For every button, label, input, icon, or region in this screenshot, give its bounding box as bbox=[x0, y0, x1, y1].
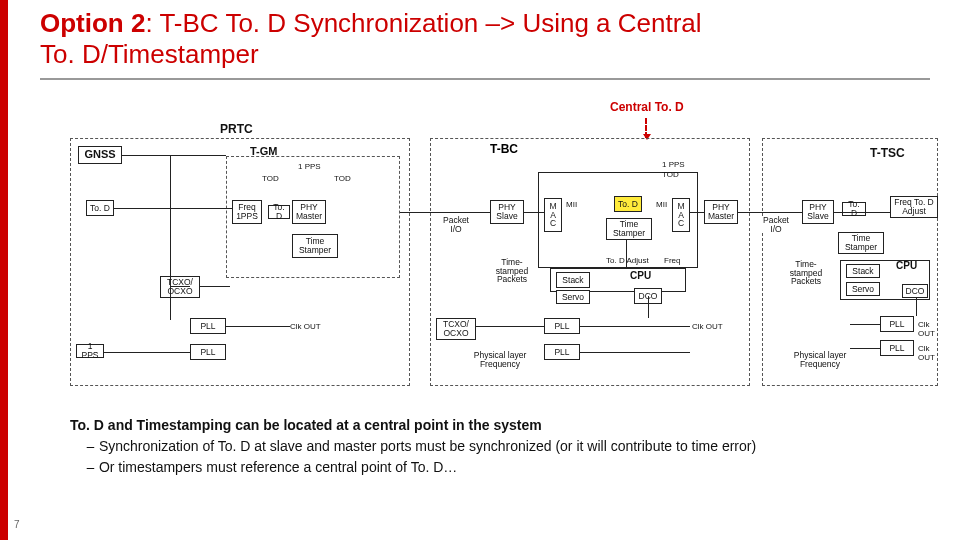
pll-1b: PLL bbox=[190, 344, 226, 360]
title-line2: To. D/Timestamper bbox=[40, 39, 259, 69]
lbl-tod-top-r: TOD bbox=[334, 174, 351, 183]
gnss-box: GNSS bbox=[78, 146, 122, 164]
ts-packets-3: Time- stamped Packets bbox=[780, 260, 832, 286]
mac-1: M A C bbox=[544, 198, 562, 232]
phy-slave-2: PHY Slave bbox=[490, 200, 524, 224]
conn bbox=[850, 324, 880, 325]
phy-slave-3: PHY Slave bbox=[802, 200, 834, 224]
pll-1a: PLL bbox=[190, 318, 226, 334]
conn bbox=[738, 212, 802, 213]
diagram-canvas: Central To. D PRTC T-GM T-BC T-TSC GNSS … bbox=[70, 100, 940, 400]
central-tod-label: Central To. D bbox=[610, 100, 684, 114]
tod-yellow: To. D bbox=[614, 196, 642, 212]
mii-2: MII bbox=[656, 200, 667, 209]
packet-io-1: Packet I/O bbox=[436, 218, 476, 232]
ts-packets-2: Time- stamped Packets bbox=[486, 258, 538, 284]
servo-3: Servo bbox=[846, 282, 880, 296]
bullet-1: Synchronization of To. D at slave and ma… bbox=[70, 436, 756, 457]
conn bbox=[170, 155, 171, 320]
conn bbox=[580, 352, 690, 353]
title-rest: : T-BC To. D Synchronization –> Using a … bbox=[145, 8, 701, 38]
conn bbox=[122, 155, 226, 156]
phy-master-2: PHY Master bbox=[704, 200, 738, 224]
freq-tod-adjust: Freq To. D Adjust bbox=[890, 196, 938, 218]
tcxo-2: TCXO/ OCXO bbox=[436, 318, 476, 340]
tod-box: To. D bbox=[86, 200, 114, 216]
dco-3: DCO bbox=[902, 284, 928, 298]
lbl-tod-top-l: TOD bbox=[262, 174, 279, 183]
conn bbox=[400, 212, 490, 213]
conn bbox=[226, 326, 290, 327]
label-ttsc: T-TSC bbox=[870, 146, 905, 160]
conn bbox=[200, 286, 230, 287]
conn bbox=[580, 326, 690, 327]
label-tgm: T-GM bbox=[250, 145, 278, 157]
mac-2: M A C bbox=[672, 198, 690, 232]
lbl-tod-b: TOD bbox=[662, 170, 679, 179]
conn bbox=[476, 326, 544, 327]
pll-2b: PLL bbox=[544, 344, 580, 360]
conn bbox=[648, 296, 649, 318]
clk-out-1: Clk OUT bbox=[290, 322, 321, 331]
time-stamper-3: Time Stamper bbox=[838, 232, 884, 254]
central-tod-arrow bbox=[645, 118, 647, 138]
lbl-1pps-top: 1 PPS bbox=[298, 162, 321, 171]
pll-3a: PLL bbox=[880, 316, 914, 332]
conn bbox=[524, 212, 544, 213]
one-pps-box: 1 PPS bbox=[76, 344, 104, 358]
stack-3: Stack bbox=[846, 264, 880, 278]
clk-out-2: Clk OUT bbox=[692, 322, 723, 331]
page-number: 7 bbox=[14, 519, 20, 530]
phys-layer-freq-3: Physical layer Frequency bbox=[790, 348, 850, 372]
freq-lbl: Freq bbox=[664, 256, 680, 265]
title-underline bbox=[40, 78, 930, 80]
packet-io-3: Packet I/O bbox=[756, 218, 796, 232]
stack-2: Stack bbox=[556, 272, 590, 288]
conn bbox=[916, 298, 917, 316]
cpu-label-2: CPU bbox=[630, 270, 651, 281]
description-block: To. D and Timestamping can be located at… bbox=[70, 415, 756, 478]
lbl-1pps-b: 1 PPS bbox=[662, 160, 685, 169]
freq-1pps-box: Freq 1PPS bbox=[232, 200, 262, 224]
tod-small-3: To. D bbox=[842, 202, 866, 216]
conn bbox=[850, 348, 880, 349]
conn bbox=[114, 208, 232, 209]
tod-small-1: To. D bbox=[268, 205, 290, 219]
bullet-lead: To. D and Timestamping can be located at… bbox=[70, 415, 756, 436]
clk-out-3b: Clk OUT bbox=[918, 344, 940, 362]
conn bbox=[104, 352, 190, 353]
conn bbox=[170, 286, 190, 287]
time-stamper-1: Time Stamper bbox=[292, 234, 338, 258]
conn bbox=[690, 212, 704, 213]
tcxo-1: TCXO/ OCXO bbox=[160, 276, 200, 298]
title-prefix: Option 2 bbox=[40, 8, 145, 38]
clk-out-3a: Clk OUT bbox=[918, 320, 940, 338]
phys-layer-freq-2: Physical layer Frequency bbox=[470, 348, 530, 372]
conn bbox=[834, 212, 890, 213]
page-title: Option 2: T-BC To. D Synchronization –> … bbox=[40, 8, 702, 70]
time-stamper-npu: Time Stamper bbox=[606, 218, 652, 240]
mii-1: MII bbox=[566, 200, 577, 209]
accent-bar bbox=[0, 0, 8, 540]
pll-3b: PLL bbox=[880, 340, 914, 356]
bullet-2: Or timestampers must reference a central… bbox=[70, 457, 756, 478]
conn bbox=[626, 240, 627, 268]
cpu-label-3: CPU bbox=[896, 260, 917, 271]
tod-adjust-lbl: To. D Adjust bbox=[606, 256, 649, 265]
label-tbc: T-BC bbox=[490, 142, 518, 156]
label-prtc: PRTC bbox=[220, 122, 253, 136]
pll-2a: PLL bbox=[544, 318, 580, 334]
phy-master-1: PHY Master bbox=[292, 200, 326, 224]
servo-2: Servo bbox=[556, 290, 590, 304]
